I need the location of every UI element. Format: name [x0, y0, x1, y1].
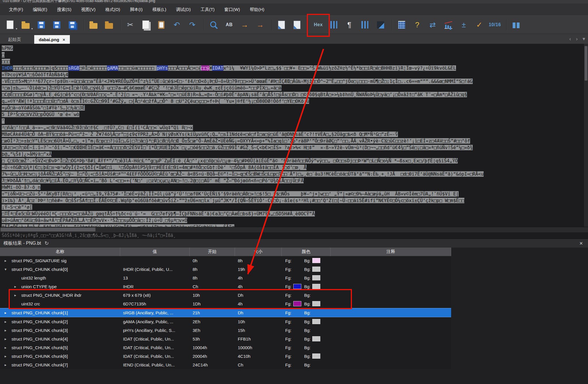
calculator-icon-glyph [398, 21, 405, 29]
expand-icon[interactable]: ▸ [5, 311, 12, 315]
row-name-cell: ▸struct PNG_CHUNK chunk[4] [0, 334, 120, 343]
editor-line: ’ [2, 118, 588, 124]
vertical-scrollbar-thumb[interactable] [585, 46, 587, 81]
tab-start-page[interactable]: 起始页 [3, 35, 26, 44]
row-value [120, 256, 190, 265]
menu-tools[interactable]: 工具(T) [196, 7, 219, 12]
menu-search[interactable]: 搜索(S) [52, 7, 76, 12]
menu-debug[interactable]: 调试(D) [171, 7, 196, 12]
editor-line: +µÕ□à~oYö#åŠò‰°□1#Ýè‘S…}□¼ä□3Ê [2, 104, 588, 111]
save-icon[interactable] [35, 18, 48, 31]
expand-icon[interactable]: ▸ [14, 293, 21, 297]
help-lookup-icon[interactable]: ? [411, 18, 424, 31]
find-icon[interactable] [207, 18, 220, 31]
redo-icon[interactable]: ↷ [186, 18, 199, 31]
base-converter-icon[interactable]: 10/16 [488, 18, 501, 31]
undo-icon[interactable]: ↶ [170, 18, 183, 31]
column-header-5[interactable]: 注释 [331, 248, 451, 256]
tab-scroll-right-icon[interactable]: › [576, 36, 578, 42]
goto-icon[interactable]: → [254, 18, 267, 31]
expand-icon[interactable]: ▸ [14, 284, 21, 289]
editor-line: ÷™ïòÑ>U□~□Zú-Š°²åKyBT[Rñ□¡²¸‚«ü²□„I9„Ýå7… [2, 191, 588, 197]
column-header-2[interactable]: 开始 [190, 248, 235, 256]
menu-script[interactable]: 脚本(I) [125, 7, 148, 12]
fg-swatch [293, 362, 301, 367]
menu-window[interactable]: 窗口(W) [219, 7, 245, 12]
save-all-icon[interactable] [66, 18, 79, 31]
row-start: 24C14h [190, 360, 235, 369]
expand-icon[interactable]: ▸ [5, 328, 12, 332]
table-row[interactable]: ▸struct PNG_CHUNK_IHDR ihdr679 x 679 (x8… [0, 291, 451, 299]
tab-close-icon[interactable]: × [63, 37, 65, 42]
expand-icon[interactable]: ▸ [5, 345, 12, 350]
table-row[interactable]: ▸struct PNG_CHUNK chunk[4]IDAT (Critical… [0, 334, 451, 343]
column-header-3[interactable]: 大小 [235, 248, 282, 256]
column-header-1[interactable]: 值 [120, 248, 190, 256]
fg-swatch [293, 284, 301, 289]
editor-line: =ŸÞcoÿ¥SÀ“□§ÖéôTfÂbÑã4¼4 [2, 71, 588, 78]
folder-compare-icon[interactable] [102, 18, 116, 31]
check-syntax-icon[interactable]: ✓ [473, 18, 486, 31]
histogram-icon[interactable] [442, 18, 455, 31]
table-row[interactable]: ▸struct PNG_CHUNK chunk[6]IDAT (Critical… [0, 352, 451, 360]
find-next-icon[interactable]: → [238, 18, 251, 31]
cut-icon[interactable]: ✂ [124, 18, 137, 31]
tab-scroll-left-icon[interactable]: ‹ [569, 36, 571, 42]
table-row[interactable]: uint32 length138h4hFg:Bg: [0, 273, 451, 282]
table-row[interactable]: ▸struct PNG_CHUNK chunk[2]gAMA (Ancillar… [0, 317, 451, 326]
highlight-icon[interactable] [374, 18, 387, 31]
expand-icon[interactable]: ▸ [5, 363, 12, 367]
convert-icon[interactable]: ⇄ [426, 18, 439, 31]
table-row[interactable]: ▸struct PNG_CHUNK chunk[7]IEND (Critical… [0, 360, 451, 369]
row-comment [331, 352, 451, 360]
menu-format[interactable]: 格式(O) [100, 7, 125, 12]
editor-horizontal-scrollbar[interactable] [0, 227, 588, 232]
menu-edit[interactable]: 编辑(E) [28, 7, 52, 12]
save-as-icon[interactable] [50, 18, 63, 31]
hex-text-editor[interactable]: ‰PNG□□□□IHDR□□□§□□□§□□□□m|q5□□□□sRGB□®Î□… [0, 44, 588, 227]
menu-template[interactable]: 模板(L) [148, 7, 171, 12]
pause-icon[interactable]: ▮▮ [510, 18, 523, 31]
expand-icon[interactable]: ▸ [5, 337, 12, 341]
expand-icon[interactable]: ▸ [5, 320, 12, 324]
open-file-icon[interactable]: ▾ [19, 18, 32, 31]
table-row[interactable]: ▸union CTYPE typeIHDRCh4hFg:Bg: [0, 282, 451, 291]
table-row[interactable]: ▾struct PNG_CHUNK chunk[0]IHDR (Critical… [0, 265, 451, 273]
editor-line: uê>úÁm□°ôKü□9â»âwªÁ³□ÊPÁ#Ž8Â…Á³□ÊP□vV×·³… [2, 217, 588, 224]
tab-dabai-png[interactable]: dabai.png × [34, 35, 70, 44]
jump-template-icon[interactable] [275, 18, 288, 31]
menu-help[interactable]: 帮助(H) [245, 7, 269, 12]
copy-icon[interactable] [139, 18, 152, 31]
table-row[interactable]: uint32 crc6D7C7135h1Dh4hFg:Bg: [0, 299, 451, 308]
find-replace-icon[interactable]: AB [223, 18, 236, 31]
dropdown-caret-icon[interactable]: ▾ [16, 27, 17, 30]
table-row[interactable]: ▸struct PNG_SIGNATURE sig0h8hFg:Bg: [0, 256, 451, 265]
column-header-0[interactable]: 名称 [0, 248, 120, 256]
refresh-icon[interactable]: ↻ [45, 240, 49, 246]
table-row[interactable]: ▸struct PNG_CHUNK chunk[5]IDAT (Critical… [0, 343, 451, 352]
show-whitespace-icon[interactable]: ¶ [343, 18, 356, 31]
expand-icon[interactable]: ▸ [5, 354, 12, 358]
toolbar-separator [506, 19, 507, 30]
new-file-icon[interactable]: ▾ [3, 18, 17, 31]
column-header-4[interactable]: 颜色 [282, 248, 331, 256]
open-folder-icon[interactable] [87, 18, 100, 31]
table-row[interactable]: ▸struct PNG_CHUNK chunk[1]sRGB (Ancillar… [0, 308, 451, 317]
tab-list-icon[interactable]: ▾ [583, 36, 585, 42]
expand-icon[interactable]: ▸ [5, 258, 12, 263]
jump-template-alt-icon[interactable] [290, 18, 304, 31]
operations-icon[interactable]: ± [457, 18, 470, 31]
edit-as-icon[interactable] [327, 18, 340, 31]
dropdown-caret-icon[interactable]: ▾ [31, 27, 33, 30]
table-row[interactable]: ▸struct PNG_CHUNK chunk[3]pHYs (Ancillar… [0, 326, 451, 334]
calculator-icon[interactable] [395, 18, 408, 31]
editor-vertical-scrollbar[interactable] [584, 44, 588, 227]
column-mode-icon[interactable] [358, 18, 371, 31]
menu-view[interactable]: 视图(V) [76, 7, 100, 12]
menu-file[interactable]: 文件(F) [4, 7, 28, 12]
horizontal-scrollbar-thumb[interactable] [1, 228, 95, 231]
hex-button[interactable]: Hex [312, 18, 325, 31]
paste-icon[interactable] [155, 18, 168, 31]
panel-close-icon[interactable]: × [579, 240, 585, 247]
expand-icon[interactable]: ▾ [5, 267, 12, 271]
